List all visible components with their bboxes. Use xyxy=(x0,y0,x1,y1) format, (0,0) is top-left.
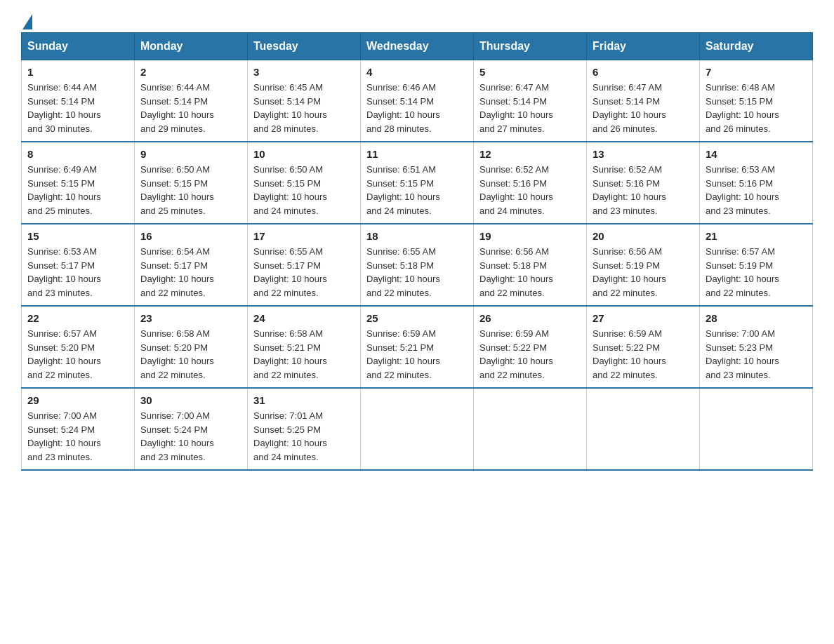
header-friday: Friday xyxy=(587,33,700,60)
logo xyxy=(21,14,32,25)
day-info: Sunrise: 6:44 AMSunset: 5:14 PMDaylight:… xyxy=(27,82,101,134)
calendar-cell: 8 Sunrise: 6:49 AMSunset: 5:15 PMDayligh… xyxy=(22,142,135,224)
day-info: Sunrise: 6:46 AMSunset: 5:14 PMDaylight:… xyxy=(366,82,440,134)
day-info: Sunrise: 6:56 AMSunset: 5:18 PMDaylight:… xyxy=(479,246,553,298)
header-thursday: Thursday xyxy=(474,33,587,60)
day-info: Sunrise: 6:45 AMSunset: 5:14 PMDaylight:… xyxy=(253,82,327,134)
calendar-cell: 9 Sunrise: 6:50 AMSunset: 5:15 PMDayligh… xyxy=(135,142,248,224)
day-number: 13 xyxy=(593,148,694,160)
day-info: Sunrise: 6:55 AMSunset: 5:18 PMDaylight:… xyxy=(366,246,440,298)
header-monday: Monday xyxy=(135,33,248,60)
day-number: 1 xyxy=(27,66,128,78)
logo-triangle-icon xyxy=(22,14,32,29)
page-header xyxy=(21,14,813,25)
day-info: Sunrise: 6:52 AMSunset: 5:16 PMDaylight:… xyxy=(479,164,553,216)
calendar-cell: 10 Sunrise: 6:50 AMSunset: 5:15 PMDaylig… xyxy=(248,142,361,224)
calendar-week-row: 29 Sunrise: 7:00 AMSunset: 5:24 PMDaylig… xyxy=(22,388,813,470)
day-info: Sunrise: 6:48 AMSunset: 5:15 PMDaylight:… xyxy=(706,82,779,134)
day-number: 3 xyxy=(253,66,355,78)
calendar-cell xyxy=(361,388,474,470)
calendar-cell: 29 Sunrise: 7:00 AMSunset: 5:24 PMDaylig… xyxy=(22,388,135,470)
day-number: 5 xyxy=(479,66,581,78)
day-info: Sunrise: 6:57 AMSunset: 5:19 PMDaylight:… xyxy=(706,246,779,298)
calendar-cell: 26 Sunrise: 6:59 AMSunset: 5:22 PMDaylig… xyxy=(474,306,587,388)
calendar-cell: 12 Sunrise: 6:52 AMSunset: 5:16 PMDaylig… xyxy=(474,142,587,224)
day-info: Sunrise: 6:56 AMSunset: 5:19 PMDaylight:… xyxy=(593,246,666,298)
header-sunday: Sunday xyxy=(22,33,135,60)
calendar-cell xyxy=(587,388,700,470)
day-info: Sunrise: 6:54 AMSunset: 5:17 PMDaylight:… xyxy=(140,246,214,298)
day-number: 15 xyxy=(27,230,128,242)
day-info: Sunrise: 6:44 AMSunset: 5:14 PMDaylight:… xyxy=(140,82,214,134)
calendar-cell xyxy=(700,388,813,470)
day-info: Sunrise: 6:47 AMSunset: 5:14 PMDaylight:… xyxy=(479,82,553,134)
day-number: 20 xyxy=(593,230,694,242)
calendar-cell xyxy=(474,388,587,470)
day-number: 26 xyxy=(479,312,581,324)
calendar-week-row: 1 Sunrise: 6:44 AMSunset: 5:14 PMDayligh… xyxy=(22,60,813,142)
calendar-cell: 28 Sunrise: 7:00 AMSunset: 5:23 PMDaylig… xyxy=(700,306,813,388)
calendar-cell: 25 Sunrise: 6:59 AMSunset: 5:21 PMDaylig… xyxy=(361,306,474,388)
day-number: 16 xyxy=(140,230,241,242)
day-number: 29 xyxy=(27,394,128,406)
calendar-cell: 13 Sunrise: 6:52 AMSunset: 5:16 PMDaylig… xyxy=(587,142,700,224)
day-info: Sunrise: 6:47 AMSunset: 5:14 PMDaylight:… xyxy=(593,82,666,134)
day-info: Sunrise: 6:53 AMSunset: 5:16 PMDaylight:… xyxy=(706,164,779,216)
day-number: 25 xyxy=(366,312,468,324)
day-info: Sunrise: 7:00 AMSunset: 5:24 PMDaylight:… xyxy=(27,410,101,462)
day-info: Sunrise: 6:53 AMSunset: 5:17 PMDaylight:… xyxy=(27,246,101,298)
day-info: Sunrise: 6:59 AMSunset: 5:22 PMDaylight:… xyxy=(479,328,553,380)
calendar-week-row: 8 Sunrise: 6:49 AMSunset: 5:15 PMDayligh… xyxy=(22,142,813,224)
day-info: Sunrise: 6:59 AMSunset: 5:21 PMDaylight:… xyxy=(366,328,440,380)
day-number: 9 xyxy=(140,148,241,160)
day-number: 31 xyxy=(253,394,355,406)
day-info: Sunrise: 7:00 AMSunset: 5:24 PMDaylight:… xyxy=(140,410,214,462)
day-number: 8 xyxy=(27,148,128,160)
day-number: 4 xyxy=(366,66,468,78)
header-wednesday: Wednesday xyxy=(361,33,474,60)
calendar-cell: 22 Sunrise: 6:57 AMSunset: 5:20 PMDaylig… xyxy=(22,306,135,388)
day-number: 17 xyxy=(253,230,355,242)
calendar-cell: 2 Sunrise: 6:44 AMSunset: 5:14 PMDayligh… xyxy=(135,60,248,142)
day-info: Sunrise: 6:50 AMSunset: 5:15 PMDaylight:… xyxy=(140,164,214,216)
calendar-cell: 23 Sunrise: 6:58 AMSunset: 5:20 PMDaylig… xyxy=(135,306,248,388)
day-number: 7 xyxy=(706,66,807,78)
calendar-header-row: SundayMondayTuesdayWednesdayThursdayFrid… xyxy=(22,33,813,60)
day-number: 6 xyxy=(593,66,694,78)
day-info: Sunrise: 6:57 AMSunset: 5:20 PMDaylight:… xyxy=(27,328,101,380)
day-number: 23 xyxy=(140,312,241,324)
calendar-cell: 24 Sunrise: 6:58 AMSunset: 5:21 PMDaylig… xyxy=(248,306,361,388)
day-number: 14 xyxy=(706,148,807,160)
day-number: 30 xyxy=(140,394,241,406)
day-number: 19 xyxy=(479,230,581,242)
calendar-cell: 21 Sunrise: 6:57 AMSunset: 5:19 PMDaylig… xyxy=(700,224,813,306)
calendar-table: SundayMondayTuesdayWednesdayThursdayFrid… xyxy=(21,32,813,471)
header-saturday: Saturday xyxy=(700,33,813,60)
day-number: 11 xyxy=(366,148,468,160)
calendar-cell: 31 Sunrise: 7:01 AMSunset: 5:25 PMDaylig… xyxy=(248,388,361,470)
calendar-cell: 14 Sunrise: 6:53 AMSunset: 5:16 PMDaylig… xyxy=(700,142,813,224)
calendar-cell: 1 Sunrise: 6:44 AMSunset: 5:14 PMDayligh… xyxy=(22,60,135,142)
day-info: Sunrise: 7:01 AMSunset: 5:25 PMDaylight:… xyxy=(253,410,327,462)
day-number: 2 xyxy=(140,66,241,78)
day-info: Sunrise: 6:55 AMSunset: 5:17 PMDaylight:… xyxy=(253,246,327,298)
calendar-cell: 19 Sunrise: 6:56 AMSunset: 5:18 PMDaylig… xyxy=(474,224,587,306)
day-info: Sunrise: 6:52 AMSunset: 5:16 PMDaylight:… xyxy=(593,164,666,216)
calendar-cell: 30 Sunrise: 7:00 AMSunset: 5:24 PMDaylig… xyxy=(135,388,248,470)
calendar-cell: 18 Sunrise: 6:55 AMSunset: 5:18 PMDaylig… xyxy=(361,224,474,306)
calendar-week-row: 15 Sunrise: 6:53 AMSunset: 5:17 PMDaylig… xyxy=(22,224,813,306)
day-info: Sunrise: 6:59 AMSunset: 5:22 PMDaylight:… xyxy=(593,328,666,380)
calendar-cell: 17 Sunrise: 6:55 AMSunset: 5:17 PMDaylig… xyxy=(248,224,361,306)
calendar-cell: 5 Sunrise: 6:47 AMSunset: 5:14 PMDayligh… xyxy=(474,60,587,142)
day-info: Sunrise: 6:58 AMSunset: 5:20 PMDaylight:… xyxy=(140,328,214,380)
day-number: 24 xyxy=(253,312,355,324)
day-info: Sunrise: 6:58 AMSunset: 5:21 PMDaylight:… xyxy=(253,328,327,380)
day-info: Sunrise: 6:49 AMSunset: 5:15 PMDaylight:… xyxy=(27,164,101,216)
calendar-week-row: 22 Sunrise: 6:57 AMSunset: 5:20 PMDaylig… xyxy=(22,306,813,388)
day-info: Sunrise: 7:00 AMSunset: 5:23 PMDaylight:… xyxy=(706,328,779,380)
day-number: 28 xyxy=(706,312,807,324)
calendar-cell: 15 Sunrise: 6:53 AMSunset: 5:17 PMDaylig… xyxy=(22,224,135,306)
calendar-cell: 4 Sunrise: 6:46 AMSunset: 5:14 PMDayligh… xyxy=(361,60,474,142)
calendar-cell: 16 Sunrise: 6:54 AMSunset: 5:17 PMDaylig… xyxy=(135,224,248,306)
calendar-cell: 6 Sunrise: 6:47 AMSunset: 5:14 PMDayligh… xyxy=(587,60,700,142)
